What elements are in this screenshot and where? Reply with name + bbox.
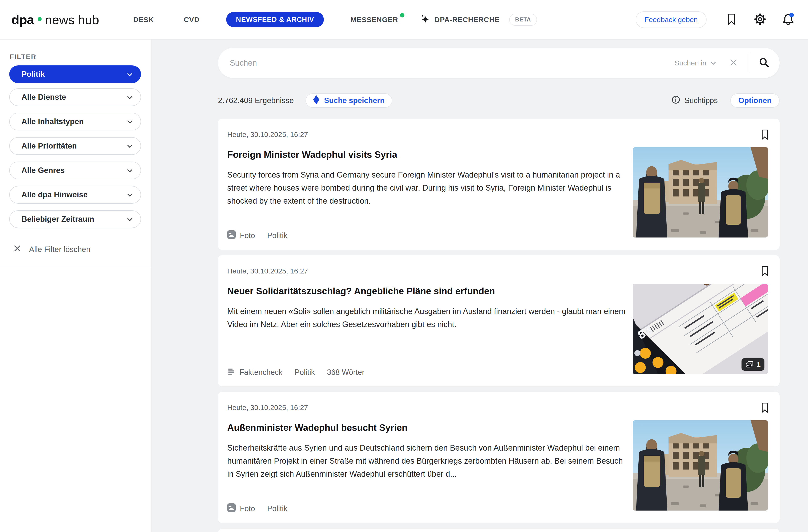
next-card-partial (218, 529, 779, 532)
card-tag: Politik (295, 368, 315, 377)
search-bar: Suchen in (218, 48, 779, 78)
messenger-status-dot (400, 13, 404, 17)
filter-pill-label: Beliebiger Zeitraum (21, 215, 94, 224)
bookmark-icon (727, 13, 736, 26)
feedback-button[interactable]: Feedback geben (636, 11, 706, 28)
image-count-value: 1 (757, 360, 761, 369)
filter-sidebar: FILTER Politik Alle Dienste Alle Inhalts… (0, 39, 151, 532)
info-icon (672, 95, 680, 106)
card-body: Security forces from Syria and Germany s… (227, 168, 629, 207)
bookmark-icon (761, 129, 769, 141)
logo-suffix: news hub (45, 13, 99, 27)
search-submit-button[interactable] (758, 57, 770, 69)
card-tag: Politik (267, 231, 288, 240)
card-body: Sicherheitskräfte aus Syrien und aus Deu… (227, 441, 629, 480)
card-tag-label: Foto (240, 504, 255, 513)
clear-all-filters-label: Alle Filter löschen (29, 245, 91, 254)
card-tag-label: Politik (267, 504, 288, 513)
nav-link-dpa-recherche[interactable]: DPA-RECHERCHE BETA (420, 14, 537, 26)
clear-all-filters[interactable]: Alle Filter löschen (14, 245, 91, 254)
card-body: Mit einem neuen «Soli» sollen angeblich … (227, 305, 629, 331)
chevron-down-icon (127, 142, 133, 150)
filter-pill-label: Politik (21, 70, 45, 79)
sparkle-icon (420, 14, 430, 25)
nav-link-messenger[interactable]: MESSENGER (351, 16, 398, 24)
nav-link-cvd[interactable]: CVD (184, 16, 200, 24)
filter-list: Politik Alle Dienste Alle Inhaltstypen A… (9, 66, 141, 235)
card-tag-label: Faktencheck (239, 368, 282, 377)
save-search-button[interactable]: Suche speichern (306, 93, 392, 108)
filter-pill-label: Alle dpa Hinweise (21, 190, 88, 199)
sidebar-divider (0, 267, 151, 268)
article-image-soli[interactable]: 88 1 (633, 284, 768, 374)
search-scope-label: Suchen in (675, 59, 706, 67)
chevron-down-icon (127, 190, 133, 199)
chevron-down-icon (127, 215, 133, 224)
article-image-syria[interactable] (633, 147, 768, 238)
card-tag-label: Foto (240, 231, 255, 240)
filter-pill-genres[interactable]: Alle Genres (9, 162, 141, 179)
chevron-down-icon (127, 117, 133, 126)
bookmark-icon (761, 402, 769, 414)
bell-icon (782, 13, 794, 26)
card-tag: Politik (267, 504, 288, 513)
filter-pill-prioritaeten[interactable]: Alle Prioritäten (9, 137, 141, 155)
photo-stack-icon (745, 361, 754, 368)
search-scope-dropdown[interactable]: Suchen in (675, 59, 716, 67)
search-divider (749, 53, 749, 73)
close-icon (729, 58, 738, 68)
card-timestamp: Heute, 30.10.2025, 16:27 (227, 267, 308, 275)
dpa-logo[interactable]: dpa news hub (11, 12, 99, 27)
save-search-label: Suche speichern (324, 96, 385, 105)
card-title[interactable]: Außenminister Wadephul besucht Syrien (227, 422, 408, 433)
photo-icon (227, 230, 236, 241)
filter-pill-label: Alle Genres (21, 166, 65, 175)
tab-newsfeed-archiv[interactable]: NEWSFEED & ARCHIV (226, 12, 324, 27)
tab-newsfeed-archiv-label: NEWSFEED & ARCHIV (236, 16, 314, 23)
card-timestamp: Heute, 30.10.2025, 16:27 (227, 403, 308, 412)
filter-pill-inhaltstypen[interactable]: Alle Inhaltstypen (9, 113, 141, 130)
dpa-news-hub-app: dpa news hub DESK CVD NEWSFEED & ARCHIV … (0, 0, 808, 532)
search-clear-button[interactable] (729, 58, 738, 68)
chevron-down-icon (127, 93, 133, 102)
filter-pill-dpa-hinweise[interactable]: Alle dpa Hinweise (9, 186, 141, 204)
filter-pill-label: Alle Prioritäten (21, 142, 77, 150)
article-image-syria[interactable] (633, 420, 768, 511)
chevron-down-icon (127, 70, 133, 79)
card-bookmark-button[interactable] (761, 266, 769, 277)
card-bookmark-button[interactable] (761, 402, 769, 414)
nav-link-desk[interactable]: DESK (133, 16, 154, 24)
card-tags: Foto Politik (227, 503, 288, 514)
card-bookmark-button[interactable] (761, 129, 769, 141)
card-tags: Faktencheck Politik 368 Wörter (227, 367, 364, 377)
chevron-down-icon (127, 166, 133, 175)
card-tag: Foto (227, 230, 255, 241)
notifications-button[interactable] (782, 13, 794, 26)
chevron-down-icon (710, 59, 716, 67)
card-tag: 368 Wörter (327, 368, 364, 377)
card-timestamp: Heute, 30.10.2025, 16:27 (227, 130, 308, 139)
options-button[interactable]: Optionen (730, 93, 779, 108)
news-card[interactable]: Heute, 30.10.2025, 16:27 Neuer Solidarit… (218, 255, 779, 386)
card-tag-label: Politik (295, 368, 315, 377)
results-toolbar: 2.762.409 Ergebnisse Suche speichern Suc… (218, 93, 779, 108)
top-navbar: dpa news hub DESK CVD NEWSFEED & ARCHIV … (0, 0, 808, 39)
filter-pill-dienste[interactable]: Alle Dienste (9, 88, 141, 106)
filter-pill-label: Alle Inhaltstypen (21, 117, 84, 126)
photo-icon (227, 503, 236, 514)
card-tag: Foto (227, 503, 255, 514)
filter-pill-zeitraum[interactable]: Beliebiger Zeitraum (9, 210, 141, 228)
news-card[interactable]: Heute, 30.10.2025, 16:27 Außenminister W… (218, 392, 779, 523)
search-tips-button[interactable]: Suchtipps (672, 95, 718, 106)
card-tag-label: 368 Wörter (327, 368, 364, 377)
card-title[interactable]: Neuer Solidaritätszuschlag? Angebliche P… (227, 286, 495, 296)
settings-button[interactable] (754, 13, 766, 26)
main-content: Suchen in 2.762.409 Ergebnisse (151, 39, 808, 532)
card-title[interactable]: Foreign Minister Wadephul visits Syria (227, 149, 397, 160)
search-icon (758, 57, 770, 69)
search-input[interactable] (230, 58, 675, 68)
search-tips-label: Suchtipps (684, 96, 718, 105)
bookmarks-button[interactable] (727, 13, 736, 26)
filter-pill-politik[interactable]: Politik (9, 66, 141, 83)
news-card[interactable]: Heute, 30.10.2025, 16:27 Foreign Ministe… (218, 118, 779, 250)
